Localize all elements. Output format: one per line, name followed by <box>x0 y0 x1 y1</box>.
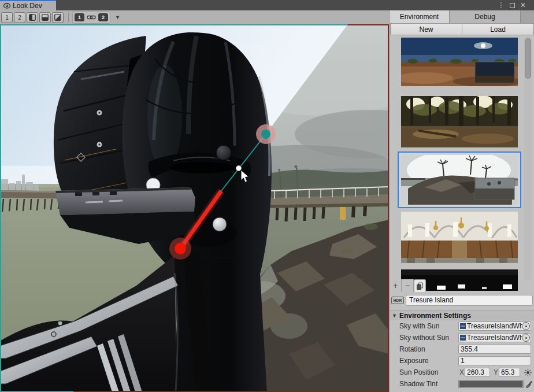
hdri-list-controls: + − <box>390 279 428 292</box>
camera-sync-group: 1 2 <box>72 12 110 24</box>
split-view-button[interactable] <box>39 12 51 23</box>
rotation-field[interactable] <box>458 345 531 354</box>
split-diagonal-icon <box>54 14 61 21</box>
object-picker-icon[interactable] <box>522 322 530 330</box>
camera-2-button[interactable]: 2 <box>98 13 108 21</box>
camera-dropdown-button[interactable]: ▼ <box>115 14 120 20</box>
tab-environment[interactable]: Environment <box>390 10 450 23</box>
sky-without-sun-object-field[interactable]: TreasureIslandWh <box>458 333 531 342</box>
thumbnail-scrollbar-thumb[interactable] <box>525 38 531 79</box>
add-hdri-button[interactable]: + <box>390 279 402 292</box>
remove-hdri-button[interactable]: − <box>402 279 414 292</box>
tab-look-dev[interactable]: Look Dev <box>0 0 56 10</box>
gizmo-center-handle[interactable] <box>236 166 242 171</box>
duplicate-hdri-button[interactable] <box>414 279 426 292</box>
eyedropper-button[interactable] <box>524 379 533 389</box>
settings-title: Environment Settings <box>399 312 471 320</box>
load-button[interactable]: Load <box>462 24 533 35</box>
side-by-side-view-button[interactable] <box>27 12 38 23</box>
object-picker-icon[interactable] <box>522 334 530 342</box>
hdri-thumbnail-forest[interactable] <box>401 96 518 147</box>
tab-debug[interactable]: Debug <box>450 10 521 23</box>
sun-position-picker-button[interactable] <box>523 368 532 377</box>
zone-view-button[interactable] <box>52 12 64 23</box>
new-button[interactable]: New <box>391 24 462 35</box>
env-actions: New Load <box>390 23 534 35</box>
window-title: Look Dev <box>13 2 42 10</box>
row-sky-with-sun: Sky with Sun TreasureIslandWh <box>390 320 534 332</box>
eye-icon <box>3 3 10 9</box>
lookdev-render-view[interactable] <box>0 24 389 392</box>
hdr-badge: HDR <box>391 297 404 304</box>
hdr-name-input[interactable] <box>406 295 533 306</box>
lookdev-window: Look Dev ⋮ ✕ 1 2 <box>0 0 534 392</box>
environment-settings-foldout[interactable]: ▼ Environment Settings <box>390 310 534 320</box>
eyedropper-icon <box>525 380 533 388</box>
gizmo-top-handle[interactable] <box>261 130 270 139</box>
exposure-field[interactable] <box>458 356 531 365</box>
sun-icon <box>524 369 532 376</box>
split-horizontal-icon <box>42 14 49 21</box>
camera-1-button[interactable]: 1 <box>75 13 84 21</box>
hdri-thumbnail-outback[interactable] <box>401 38 518 86</box>
maximize-icon[interactable] <box>510 3 515 8</box>
lookdev-toolbar: 1 2 1 <box>0 10 389 24</box>
sun-y-field[interactable] <box>499 368 520 377</box>
sun-y-input[interactable] <box>499 368 520 376</box>
single-view-2-button[interactable]: 2 <box>14 12 25 23</box>
gizmo-bottom-handle[interactable] <box>175 243 186 254</box>
environment-panel: Environment Debug New Load <box>389 10 534 392</box>
title-bar: Look Dev ⋮ ✕ <box>0 0 534 10</box>
hdr-name-row: HDR <box>391 294 533 306</box>
row-sun-position: Sun Position X Y <box>390 367 534 378</box>
cubemap-icon <box>460 323 466 329</box>
rotation-input[interactable] <box>459 345 531 353</box>
row-shadow-tint: Shadow Tint <box>390 378 534 390</box>
sun-x-field[interactable] <box>465 368 490 377</box>
foldout-arrow-icon: ▼ <box>392 313 397 319</box>
cubemap-icon <box>460 335 466 341</box>
shadow-tint-swatch[interactable] <box>458 380 524 388</box>
sun-x-input[interactable] <box>465 368 490 376</box>
row-rotation: Rotation <box>390 343 534 355</box>
close-icon[interactable]: ✕ <box>520 0 526 10</box>
window-controls: ⋮ ✕ <box>498 0 526 10</box>
split-vertical-icon <box>29 14 36 21</box>
row-exposure: Exposure <box>390 355 534 367</box>
exposure-input[interactable] <box>459 357 531 365</box>
duplicate-icon <box>416 282 424 290</box>
panel-tab-strip: Environment Debug <box>390 10 534 23</box>
menu-kebab-icon[interactable]: ⋮ <box>498 0 505 10</box>
row-sky-without-sun: Sky without Sun TreasureIslandWh <box>390 332 534 343</box>
hdri-thumbnail-treasure-island[interactable] <box>401 155 518 205</box>
single-view-1-button[interactable]: 1 <box>1 12 13 23</box>
toolbar-separator <box>68 13 69 22</box>
hdri-thumbnail-church[interactable] <box>401 212 518 263</box>
link-cameras-icon[interactable] <box>87 14 96 21</box>
sky-with-sun-object-field[interactable]: TreasureIslandWh <box>458 321 531 331</box>
